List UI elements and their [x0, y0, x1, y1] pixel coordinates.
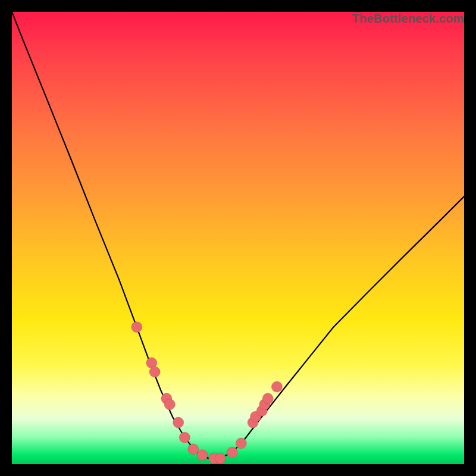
curve-layer — [12, 12, 464, 464]
marker-point — [149, 367, 160, 377]
marker-point — [236, 438, 246, 449]
chart-frame: TheBottleneck.com — [0, 0, 476, 476]
marker-point — [197, 450, 208, 461]
watermark-text: TheBottleneck.com — [352, 12, 464, 26]
marker-point — [248, 417, 258, 428]
plot-area — [12, 12, 464, 464]
marker-point — [188, 444, 199, 455]
bottleneck-curve — [12, 12, 464, 458]
marker-point — [173, 417, 184, 428]
marker-point — [131, 322, 142, 333]
marker-point — [146, 358, 157, 368]
marker-point — [256, 405, 267, 416]
marker-point — [161, 393, 172, 404]
marker-point — [259, 399, 270, 410]
marker-point — [209, 453, 220, 464]
marker-point — [271, 381, 282, 392]
marker-point — [227, 447, 237, 458]
marker-point — [250, 411, 261, 422]
marker-group — [131, 322, 283, 464]
marker-point — [179, 432, 190, 443]
marker-point — [164, 399, 175, 410]
marker-point — [262, 393, 273, 404]
marker-point — [215, 453, 226, 464]
